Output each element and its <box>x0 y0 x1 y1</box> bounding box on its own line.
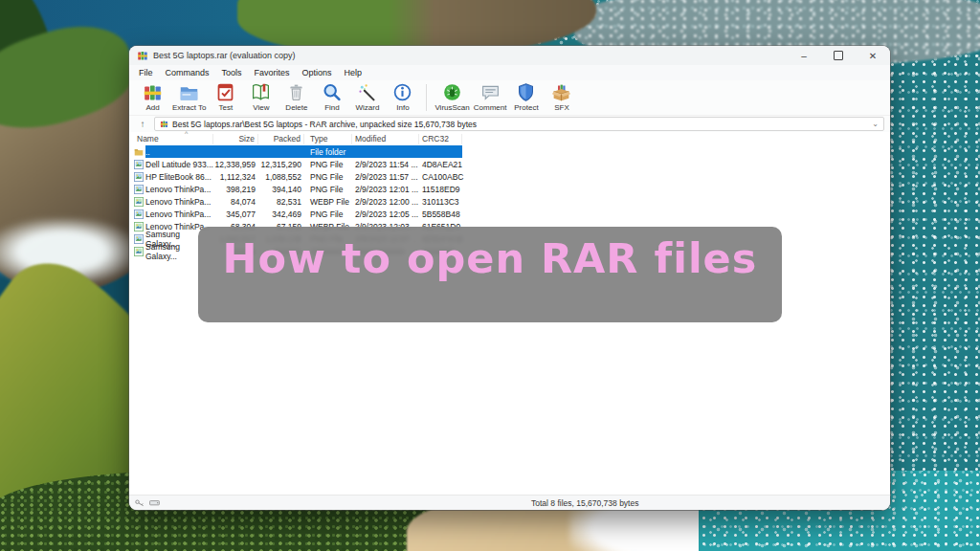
minimize-button[interactable]: – <box>787 46 821 65</box>
status-bar: Total 8 files, 15,670,738 bytes <box>129 495 890 510</box>
virusscan-button[interactable]: VirusScan <box>433 82 471 112</box>
find-magnifier-icon <box>322 82 342 102</box>
sfx-button[interactable]: SFX <box>544 82 579 112</box>
archive-mini-icon <box>160 120 168 128</box>
caption-text: How to open RAR files <box>223 234 758 322</box>
view-book-icon <box>251 82 271 102</box>
webp-file-icon <box>134 197 144 207</box>
extract-to-button[interactable]: Extract To <box>170 82 208 112</box>
delete-button[interactable]: Delete <box>278 82 314 112</box>
png-file-icon <box>134 185 144 194</box>
info-icon <box>392 82 412 102</box>
toolbar: Add Extract To Test View <box>129 80 890 116</box>
key-icon <box>135 498 145 507</box>
folder-icon <box>134 147 144 157</box>
column-header-name[interactable]: Name <box>129 134 213 144</box>
caption-overlay: How to open RAR files <box>198 227 782 322</box>
png-file-icon <box>134 172 144 182</box>
window-title: Best 5G laptops.rar (evaluation copy) <box>153 51 296 60</box>
table-row[interactable]: Dell Latitude 933... 12,338,959 12,315,2… <box>129 158 890 170</box>
address-combobox[interactable]: Best 5G laptops.rar\Best 5G laptops - RA… <box>154 117 884 131</box>
add-archive-icon <box>143 82 163 102</box>
wizard-wand-icon <box>357 82 377 102</box>
test-button[interactable]: Test <box>208 82 243 112</box>
delete-trash-icon <box>286 82 306 102</box>
webp-file-icon <box>134 247 144 256</box>
find-button[interactable]: Find <box>314 82 349 112</box>
table-row[interactable]: HP EliteBook 86... 1,112,324 1,088,552 P… <box>129 170 890 183</box>
comment-button[interactable]: Comment <box>472 82 509 112</box>
column-header-size[interactable]: Size <box>213 134 258 144</box>
png-file-icon <box>134 160 144 169</box>
table-row[interactable]: Lenovo ThinkPa... 398,219 394,140 PNG Fi… <box>129 183 890 195</box>
protect-button[interactable]: Protect <box>508 82 544 112</box>
wizard-button[interactable]: Wizard <box>349 82 385 112</box>
status-total-text: Total 8 files, 15,670,738 bytes <box>531 498 638 508</box>
chevron-down-icon[interactable]: ⌄ <box>872 121 879 128</box>
menu-bar: File Commands Tools Favorites Options He… <box>129 65 890 80</box>
winrar-app-icon <box>137 50 148 61</box>
toolbar-separator <box>426 84 427 111</box>
test-checkmark-icon <box>215 82 235 102</box>
table-row[interactable]: Lenovo ThinkPa... 84,074 82,531 WEBP Fil… <box>129 195 890 208</box>
protect-shield-icon <box>516 82 536 102</box>
info-button[interactable]: Info <box>385 82 420 112</box>
column-header-packed[interactable]: Packed <box>258 134 304 144</box>
drive-icon <box>149 498 160 507</box>
menu-commands[interactable]: Commands <box>166 68 210 77</box>
list-header: ^ Name Size Packed Type Modified CRC32 <box>129 132 890 145</box>
png-file-icon <box>134 234 144 244</box>
add-button[interactable]: Add <box>135 82 170 112</box>
address-bar: ↑ Best 5G laptops.rar\Best 5G laptops - … <box>129 116 890 132</box>
sfx-box-icon <box>551 82 571 102</box>
menu-file[interactable]: File <box>139 68 153 77</box>
sort-asc-icon: ^ <box>185 130 188 137</box>
close-button[interactable]: ✕ <box>856 46 890 65</box>
table-row[interactable]: Lenovo ThinkPa... 345,077 342,469 PNG Fi… <box>129 208 890 220</box>
address-path-text: Best 5G laptops.rar\Best 5G laptops - RA… <box>172 120 872 129</box>
virus-scan-icon <box>442 82 462 102</box>
menu-help[interactable]: Help <box>345 68 363 77</box>
maximize-icon <box>834 51 843 60</box>
view-button[interactable]: View <box>243 82 278 112</box>
titlebar[interactable]: Best 5G laptops.rar (evaluation copy) – … <box>129 46 890 65</box>
column-header-crc32[interactable]: CRC32 <box>419 134 462 144</box>
column-header-type[interactable]: Type <box>304 134 352 144</box>
comment-bubble-icon <box>480 82 501 102</box>
up-directory-button[interactable]: ↑ <box>135 119 150 129</box>
menu-options[interactable]: Options <box>302 68 332 77</box>
menu-favorites[interactable]: Favorites <box>255 68 290 77</box>
extract-folder-icon <box>179 82 199 102</box>
menu-tools[interactable]: Tools <box>222 68 242 77</box>
maximize-button[interactable] <box>821 46 856 65</box>
png-file-icon <box>134 209 144 219</box>
webp-file-icon <box>134 222 144 231</box>
column-header-modified[interactable]: Modified <box>352 134 419 144</box>
table-row-parent-folder[interactable]: .. File folder <box>129 145 890 158</box>
